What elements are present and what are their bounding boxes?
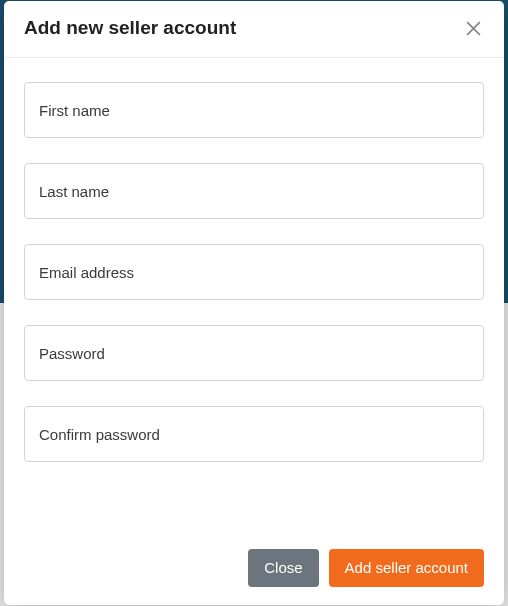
close-icon-button[interactable] (463, 18, 484, 39)
email-input[interactable] (24, 244, 484, 300)
add-seller-modal: Add new seller account Close Add seller … (4, 1, 504, 605)
modal-footer: Close Add seller account (4, 535, 504, 605)
confirm-password-input[interactable] (24, 406, 484, 462)
close-button[interactable]: Close (248, 549, 318, 587)
modal-header: Add new seller account (4, 1, 504, 58)
close-icon (465, 20, 482, 37)
modal-title: Add new seller account (24, 17, 236, 39)
first-name-input[interactable] (24, 82, 484, 138)
modal-body (4, 58, 504, 535)
password-input[interactable] (24, 325, 484, 381)
add-seller-account-button[interactable]: Add seller account (329, 549, 484, 587)
last-name-input[interactable] (24, 163, 484, 219)
